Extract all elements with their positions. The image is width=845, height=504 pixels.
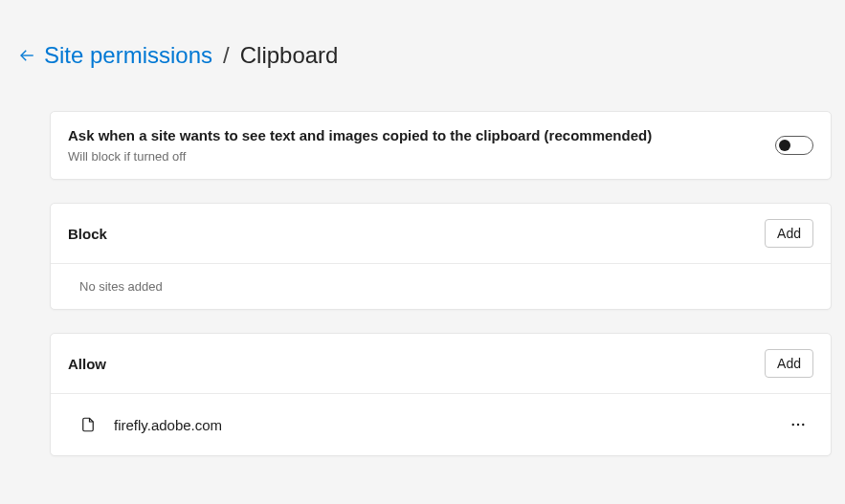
file-icon xyxy=(79,415,97,434)
ask-permission-title: Ask when a site wants to see text and im… xyxy=(68,127,652,143)
block-empty-row: No sites added xyxy=(51,263,831,309)
ask-permission-row: Ask when a site wants to see text and im… xyxy=(51,112,831,179)
back-button[interactable] xyxy=(17,46,36,65)
site-entry: firefly.adobe.com xyxy=(68,415,767,434)
more-horizontal-icon xyxy=(789,416,807,433)
block-add-button[interactable]: Add xyxy=(765,219,813,248)
breadcrumb-current: Clipboard xyxy=(240,42,339,69)
allow-header-row: Allow Add xyxy=(51,334,831,393)
allow-card: Allow Add firefly.adobe.com xyxy=(50,333,832,456)
ask-permission-text: Ask when a site wants to see text and im… xyxy=(68,127,652,164)
block-empty-text: No sites added xyxy=(68,279,163,294)
svg-point-2 xyxy=(797,424,799,426)
svg-point-1 xyxy=(792,424,794,426)
ask-permission-card: Ask when a site wants to see text and im… xyxy=(50,111,832,180)
ask-permission-subtitle: Will block if turned off xyxy=(68,149,652,164)
block-header-row: Block Add xyxy=(51,204,831,263)
breadcrumb-parent-link[interactable]: Site permissions xyxy=(44,42,212,69)
settings-cards: Ask when a site wants to see text and im… xyxy=(13,111,832,456)
settings-page: Site permissions / Clipboard Ask when a … xyxy=(0,0,845,502)
toggle-knob xyxy=(779,140,790,151)
block-card: Block Add No sites added xyxy=(50,203,832,310)
ask-permission-toggle[interactable] xyxy=(775,136,813,155)
breadcrumb: Site permissions / Clipboard xyxy=(13,42,832,69)
block-title: Block xyxy=(68,226,107,242)
svg-point-3 xyxy=(802,424,804,426)
site-name: firefly.adobe.com xyxy=(114,417,222,433)
allow-site-row: firefly.adobe.com xyxy=(51,393,831,455)
allow-add-button[interactable]: Add xyxy=(765,349,813,378)
arrow-left-icon xyxy=(18,47,35,64)
allow-title: Allow xyxy=(68,356,106,372)
site-more-button[interactable] xyxy=(783,409,813,440)
breadcrumb-separator: / xyxy=(223,42,230,69)
